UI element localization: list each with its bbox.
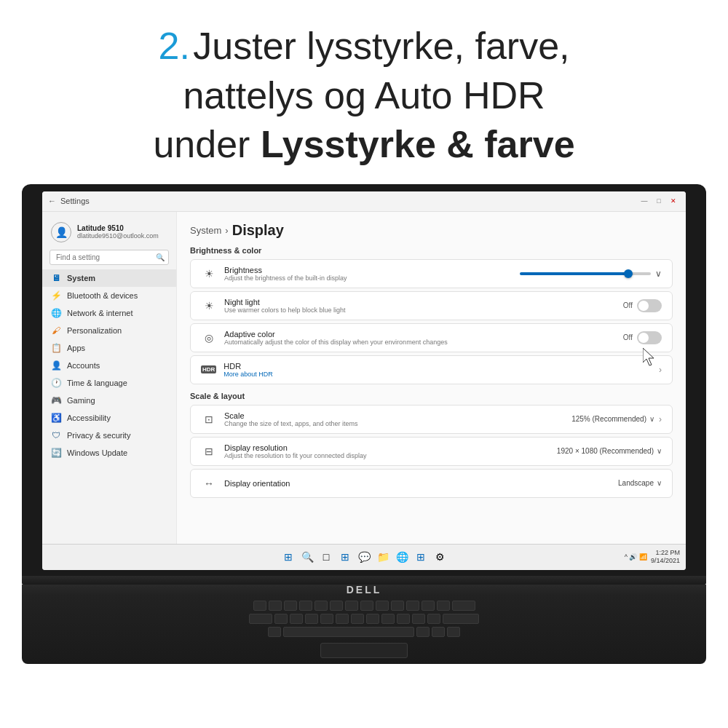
hdr-card[interactable]: HDR HDR More about HDR › [190,355,673,384]
key [290,614,303,624]
hdr-link[interactable]: More about HDR [223,371,273,378]
back-button[interactable]: ← [48,197,56,205]
brightness-slider[interactable] [520,272,651,275]
resolution-dropdown[interactable]: 1920 × 1080 (Recommended) ∨ [557,447,662,455]
orientation-title: Display orientation [224,479,290,488]
orientation-icon: ↔ [201,475,217,491]
orientation-left: ↔ Display orientation [201,475,290,491]
resolution-card: ⊟ Display resolution Adjust the resoluti… [190,437,673,466]
sidebar-item-privacy[interactable]: 🛡 Privacy & security [42,427,176,444]
user-email: dlatitude9510@outlook.com [77,232,159,240]
sidebar-item-label-time: Time & language [67,379,127,387]
search-taskbar-icon[interactable]: 🔍 [299,549,315,565]
key [397,614,410,624]
adaptive-left: ◎ Adaptive color Automatically adjust th… [201,330,448,346]
nightlight-text: Night light Use warmer colors to help bl… [224,298,346,314]
time-icon: 🕐 [51,378,61,388]
brightness-expand[interactable]: ∨ [655,269,662,279]
instruction-line3-wrap: under Lysstyrke & farve [29,120,699,170]
breadcrumb-current: Display [232,222,284,239]
nightlight-card: ☀ Night light Use warmer colors to help … [190,291,673,320]
browser-icon[interactable]: 🌐 [394,549,410,565]
scale-chevron: ∨ [649,415,654,423]
sidebar-item-time[interactable]: 🕐 Time & language [42,374,176,392]
scale-card: ⊡ Scale Change the size of text, apps, a… [190,405,673,434]
key [284,601,297,611]
titlebar-left: ← Settings [48,197,90,205]
instruction-number: 2. [158,25,189,67]
search-icon: 🔍 [156,253,165,261]
explorer-icon[interactable]: 📁 [375,549,391,565]
scale-section-header: Scale & layout [190,392,673,400]
orientation-card: ↔ Display orientation Landscape ∨ [190,469,673,498]
maximize-button[interactable]: □ [652,194,665,207]
instruction-area: 2. Juster lysstyrke, farve, nattelys og … [0,0,728,184]
key [416,627,430,637]
laptop: ← Settings — □ ✕ 👤 [22,184,706,664]
keyboard-row-1 [253,601,475,611]
key [360,601,373,611]
window-controls: — □ ✕ [638,194,680,207]
brightness-section-header: Brightness & color [190,246,673,255]
user-info: Latitude 9510 dlatitude9510@outlook.com [77,224,159,240]
adaptive-toggle[interactable] [637,331,662,344]
search-input[interactable] [50,250,169,265]
key [376,601,389,611]
orientation-dropdown[interactable]: Landscape ∨ [618,479,662,487]
settings-icon[interactable]: ⚙ [432,549,448,565]
minimize-button[interactable]: — [638,194,651,207]
sidebar-item-gaming[interactable]: 🎮 Gaming [42,392,176,409]
adaptive-title: Adaptive color [224,330,448,339]
resolution-right: 1920 × 1080 (Recommended) ∨ [557,447,662,455]
scale-dropdown[interactable]: 125% (Recommended) ∨ [571,415,654,423]
chat-icon[interactable]: 💬 [356,549,372,565]
key [412,614,425,624]
hdr-left: HDR HDR More about HDR [201,362,273,378]
keyboard-row-3 [268,627,460,637]
taskbar-center: ⊞ 🔍 □ ⊞ 💬 📁 🌐 ⊞ ⚙ [280,549,448,565]
key [427,614,440,624]
slider-thumb[interactable] [624,269,633,278]
resolution-left: ⊟ Display resolution Adjust the resoluti… [201,443,367,459]
gaming-icon: 🎮 [51,395,61,405]
instruction-line3-prefix: under [153,123,260,165]
key [345,601,358,611]
start-button[interactable]: ⊞ [280,549,296,565]
taskbar: ⊞ 🔍 □ ⊞ 💬 📁 🌐 ⊞ ⚙ ^ 🔊 📶 1:22 PM [42,544,686,570]
key [314,601,328,611]
key [274,614,288,624]
slider-track[interactable] [520,272,651,275]
store-icon[interactable]: ⊞ [413,549,429,565]
scale-left: ⊡ Scale Change the size of text, apps, a… [201,411,358,427]
search-container[interactable]: 🔍 [50,250,169,265]
sidebar-item-personalization[interactable]: 🖌 Personalization [42,322,176,339]
sidebar-item-network[interactable]: 🌐 Network & internet [42,304,176,322]
taskbar-time: 1:22 PM 9/14/2021 [651,549,680,566]
widgets-icon[interactable]: ⊞ [337,549,353,565]
taskview-icon[interactable]: □ [318,549,334,565]
nightlight-toggle[interactable] [637,299,662,312]
key [443,614,479,624]
sidebar-item-bluetooth[interactable]: ⚡ Bluetooth & devices [42,287,176,304]
key [305,614,318,624]
sidebar-item-apps[interactable]: 📋 Apps [42,339,176,357]
sidebar-item-accounts[interactable]: 👤 Accounts [42,357,176,374]
key [320,614,333,624]
close-button[interactable]: ✕ [667,194,680,207]
instruction-text: 2. Juster lysstyrke, farve, [29,22,699,71]
key [249,614,272,624]
resolution-text: Display resolution Adjust the resolution… [224,443,367,459]
sidebar-item-system[interactable]: 🖥 System [42,269,176,287]
touchpad[interactable] [320,643,408,658]
key [422,601,435,611]
sidebar-item-update[interactable]: 🔄 Windows Update [42,444,176,462]
nightlight-title: Night light [224,298,346,306]
key [366,614,379,624]
instruction-line2-wrap: nattelys og Auto HDR [29,71,699,121]
sidebar-item-accessibility[interactable]: ♿ Accessibility [42,409,176,427]
adaptive-subtitle: Automatically adjust the color of this d… [224,339,448,346]
breadcrumb: System › Display [190,222,673,239]
window-title: Settings [60,197,90,205]
system-icon: 🖥 [51,273,61,283]
instruction-line3-bold: Lysstyrke & farve [261,123,575,165]
